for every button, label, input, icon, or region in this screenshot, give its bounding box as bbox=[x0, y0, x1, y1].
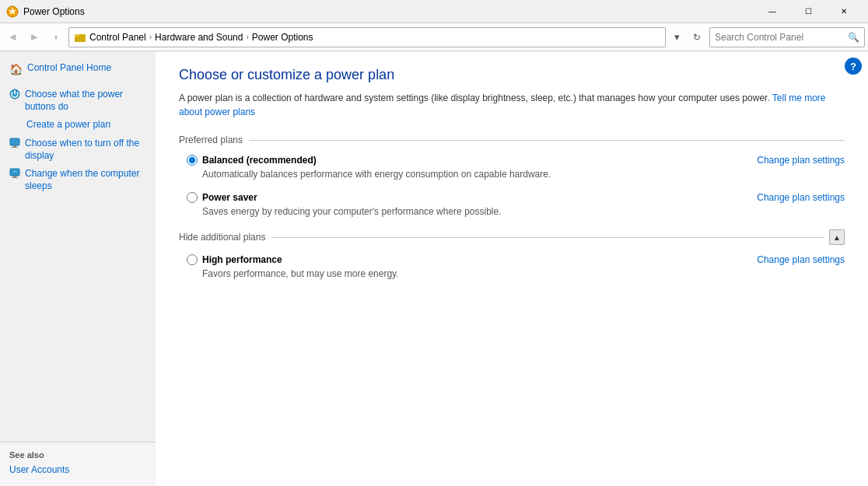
sidebar-user-accounts[interactable]: User Accounts bbox=[9, 463, 146, 478]
help-button[interactable]: ? bbox=[845, 58, 862, 75]
sidebar-power-buttons-label: Choose what the power buttons do bbox=[25, 89, 146, 113]
power-saver-name-row: Power saver bbox=[187, 192, 257, 203]
back-button[interactable]: ◀ bbox=[3, 28, 22, 47]
high-performance-radio[interactable] bbox=[187, 254, 198, 265]
balanced-radio[interactable] bbox=[187, 155, 198, 166]
high-perf-plan-header: High performance Change plan settings bbox=[187, 254, 845, 265]
sidebar-wrapper: 🏠 Control Panel Home Choose what the pow… bbox=[0, 51, 156, 486]
address-dropdown-button[interactable]: ▾ bbox=[669, 27, 684, 47]
maximize-button[interactable]: ☐ bbox=[790, 0, 826, 23]
breadcrumb-power-options[interactable]: Power Options bbox=[252, 32, 313, 43]
balanced-plan-desc: Automatically balances performance with … bbox=[187, 169, 845, 180]
preferred-plans-section: Preferred plans Balanced (recommended) C… bbox=[179, 135, 845, 217]
sidebar-item-turn-off-display[interactable]: Choose when to turn off the display bbox=[0, 135, 156, 165]
svg-rect-5 bbox=[10, 138, 19, 145]
search-input[interactable] bbox=[715, 32, 848, 43]
main-layout: 🏠 Control Panel Home Choose what the pow… bbox=[0, 51, 868, 486]
hide-additional-header[interactable]: Hide additional plans ▲ bbox=[179, 229, 845, 245]
balanced-change-link[interactable]: Change plan settings bbox=[757, 155, 845, 166]
power-saver-plan-desc: Saves energy by reducing your computer's… bbox=[187, 206, 845, 217]
sidebar-home-label: Control Panel Home bbox=[27, 62, 111, 75]
app-icon bbox=[6, 5, 19, 18]
plan-item-high-performance: High performance Change plan settings Fa… bbox=[179, 254, 845, 279]
content-area: ? Choose or customize a power plan A pow… bbox=[156, 51, 868, 486]
plan-item-balanced: Balanced (recommended) Change plan setti… bbox=[179, 155, 845, 180]
preferred-plans-divider bbox=[249, 140, 845, 141]
power-saver-plan-header: Power saver Change plan settings bbox=[187, 192, 845, 203]
display-icon bbox=[9, 138, 20, 152]
balanced-name-row: Balanced (recommended) bbox=[187, 155, 317, 166]
window-controls: — ☐ ✕ bbox=[754, 0, 862, 23]
power-saver-radio[interactable] bbox=[187, 192, 198, 203]
plan-item-power-saver: Power saver Change plan settings Saves e… bbox=[179, 192, 845, 217]
see-also-title: See also bbox=[9, 450, 146, 460]
breadcrumb-sep-1: › bbox=[149, 33, 152, 41]
address-bar: ◀ ▶ ↑ Control Panel › Hardware and Sound… bbox=[0, 23, 868, 51]
breadcrumb-sep-2: › bbox=[246, 33, 248, 41]
title-bar: Power Options — ☐ ✕ bbox=[0, 0, 868, 23]
high-perf-name-row: High performance bbox=[187, 254, 282, 265]
balanced-plan-header: Balanced (recommended) Change plan setti… bbox=[187, 155, 845, 166]
page-title: Choose or customize a power plan bbox=[179, 67, 845, 83]
user-accounts-label: User Accounts bbox=[9, 464, 69, 477]
svg-rect-2 bbox=[75, 34, 79, 37]
sidebar-see-also: See also User Accounts bbox=[0, 442, 156, 486]
search-box: 🔍 bbox=[709, 27, 865, 47]
svg-rect-10 bbox=[12, 177, 18, 178]
hide-additional-label: Hide additional plans bbox=[179, 232, 271, 243]
refresh-button[interactable]: ↻ bbox=[688, 28, 706, 47]
sidebar: 🏠 Control Panel Home Choose what the pow… bbox=[0, 51, 156, 486]
svg-rect-7 bbox=[12, 147, 18, 148]
high-perf-change-link[interactable]: Change plan settings bbox=[757, 254, 845, 265]
minimize-button[interactable]: — bbox=[754, 0, 790, 23]
breadcrumb-hardware-sound[interactable]: Hardware and Sound bbox=[155, 32, 243, 43]
sidebar-display-label: Choose when to turn off the display bbox=[25, 138, 146, 162]
svg-rect-9 bbox=[13, 176, 16, 177]
home-icon: 🏠 bbox=[9, 62, 23, 76]
svg-rect-4 bbox=[14, 90, 16, 94]
sidebar-sleep-label: Change when the computer sleeps bbox=[25, 168, 146, 192]
power-saver-change-link[interactable]: Change plan settings bbox=[757, 192, 845, 203]
window-title: Power Options bbox=[23, 6, 754, 17]
sidebar-home[interactable]: 🏠 Control Panel Home bbox=[0, 59, 156, 79]
collapse-button[interactable]: ▲ bbox=[829, 229, 845, 245]
breadcrumb-bar: Control Panel › Hardware and Sound › Pow… bbox=[68, 27, 666, 47]
preferred-plans-header: Preferred plans bbox=[179, 135, 845, 145]
preferred-plans-label: Preferred plans bbox=[179, 135, 249, 145]
svg-rect-8 bbox=[10, 169, 19, 176]
sidebar-create-plan-label: Create a power plan bbox=[26, 119, 110, 131]
page-description: A power plan is a collection of hardware… bbox=[179, 91, 845, 119]
sidebar-item-power-buttons[interactable]: Choose what the power buttons do bbox=[0, 86, 156, 116]
sidebar-item-sleep[interactable]: Change when the computer sleeps bbox=[0, 165, 156, 195]
up-button[interactable]: ↑ bbox=[47, 28, 65, 47]
close-button[interactable]: ✕ bbox=[826, 0, 862, 23]
breadcrumb-control-panel[interactable]: Control Panel bbox=[89, 32, 146, 43]
hide-additional-divider bbox=[271, 237, 824, 238]
folder-icon bbox=[74, 31, 86, 44]
forward-button[interactable]: ▶ bbox=[25, 28, 44, 47]
high-perf-plan-desc: Favors performance, but may use more ene… bbox=[187, 268, 845, 279]
svg-rect-6 bbox=[13, 145, 16, 147]
page-desc-text: A power plan is a collection of hardware… bbox=[179, 93, 770, 103]
sleep-icon bbox=[9, 168, 20, 183]
search-icon: 🔍 bbox=[848, 32, 859, 43]
high-perf-plan-name: High performance bbox=[202, 254, 282, 265]
power-saver-plan-name: Power saver bbox=[202, 192, 257, 203]
power-buttons-icon bbox=[9, 89, 20, 103]
additional-plans-section: Hide additional plans ▲ High performance… bbox=[179, 229, 845, 279]
balanced-plan-name: Balanced (recommended) bbox=[202, 155, 317, 166]
sidebar-item-create-plan[interactable]: Create a power plan bbox=[0, 116, 156, 135]
